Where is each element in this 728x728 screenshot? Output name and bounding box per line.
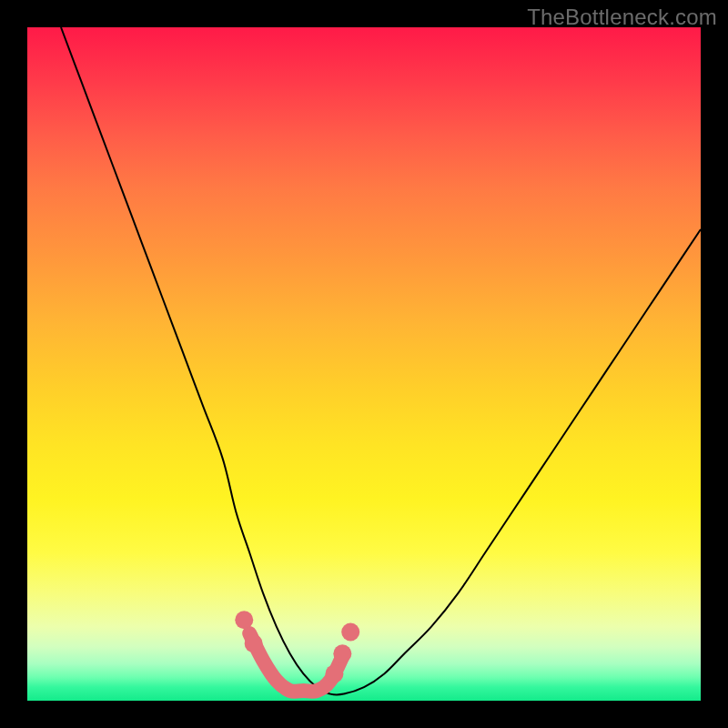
bottleneck-curve-svg — [27, 27, 701, 701]
chart-frame: TheBottleneck.com — [0, 0, 728, 728]
attribution-label: TheBottleneck.com — [527, 5, 717, 30]
highlight-dot — [325, 664, 343, 682]
highlight-dot — [333, 644, 351, 662]
plot-area — [27, 27, 701, 701]
highlight-dots-group — [235, 611, 359, 682]
highlight-dot — [341, 623, 359, 642]
highlight-dot — [235, 611, 253, 629]
highlight-band-path — [249, 633, 344, 692]
highlight-dot — [245, 634, 263, 652]
bottleneck-curve-path — [61, 27, 701, 695]
